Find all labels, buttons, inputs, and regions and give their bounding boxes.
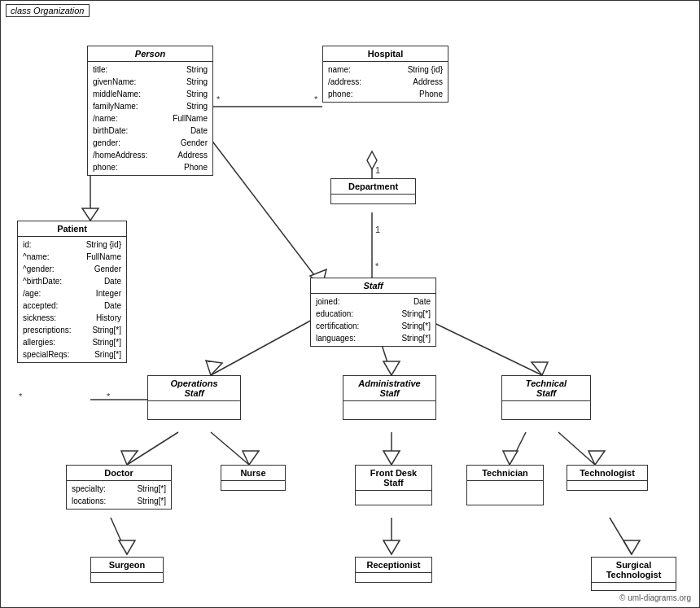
svg-marker-20 — [383, 361, 400, 375]
svg-text:*: * — [314, 94, 318, 104]
svg-text:1: 1 — [375, 165, 380, 175]
diagram-label: class Organization — [6, 4, 90, 17]
front-desk-staff-class: Front DeskStaff — [355, 465, 432, 505]
administrative-staff-title: AdministrativeStaff — [343, 376, 435, 401]
person-attrs: title:String givenName:String middleName… — [88, 62, 212, 175]
surgeon-class: Surgeon — [90, 557, 164, 583]
technologist-class: Technologist — [567, 465, 648, 491]
svg-marker-30 — [503, 451, 518, 465]
svg-text:*: * — [375, 261, 379, 271]
patient-attrs: id:String {id} ^name:FullName ^gender:Ge… — [18, 237, 126, 362]
svg-line-37 — [610, 518, 632, 554]
receptionist-title: Receptionist — [356, 558, 431, 573]
technologist-title: Technologist — [567, 466, 647, 481]
patient-title: Patient — [18, 221, 126, 237]
hospital-attrs: name:String {id} /address:Address phone:… — [323, 62, 448, 102]
svg-text:*: * — [217, 94, 221, 104]
svg-line-29 — [510, 432, 526, 465]
svg-marker-4 — [367, 151, 377, 169]
copyright-text: © uml-diagrams.org — [619, 593, 691, 602]
svg-marker-28 — [383, 451, 400, 465]
front-desk-staff-title: Front DeskStaff — [356, 466, 431, 491]
svg-marker-32 — [588, 451, 605, 465]
operations-staff-class: OperationsStaff — [147, 375, 241, 420]
svg-marker-18 — [206, 361, 222, 375]
svg-marker-36 — [383, 540, 400, 554]
operations-staff-title: OperationsStaff — [148, 376, 240, 401]
svg-line-13 — [211, 139, 322, 286]
staff-attrs: joined:Date education:String[*] certific… — [311, 294, 435, 346]
uml-diagram: class Organization * * 1 * 1 * * * — [0, 0, 700, 608]
technical-staff-title: TechnicalStaff — [502, 376, 590, 401]
svg-marker-34 — [119, 540, 135, 554]
surgeon-title: Surgeon — [91, 558, 163, 573]
hospital-title: Hospital — [323, 46, 448, 62]
receptionist-class: Receptionist — [355, 557, 432, 583]
doctor-class: Doctor specialty:String[*] locations:Str… — [66, 465, 172, 510]
hospital-class: Hospital name:String {id} /address:Addre… — [322, 46, 448, 103]
svg-line-31 — [558, 432, 595, 465]
technician-title: Technician — [467, 466, 543, 481]
svg-text:1: 1 — [375, 225, 380, 234]
nurse-class: Nurse — [221, 465, 286, 491]
svg-line-25 — [211, 432, 249, 465]
svg-line-23 — [127, 432, 178, 465]
svg-line-33 — [111, 518, 127, 554]
staff-title: Staff — [311, 278, 435, 294]
department-title: Department — [331, 179, 415, 195]
person-title: Person — [88, 46, 212, 62]
person-class: Person title:String givenName:String mid… — [87, 46, 213, 176]
doctor-attrs: specialty:String[*] locations:String[*] — [67, 481, 171, 509]
svg-text:*: * — [107, 391, 111, 401]
surgical-technologist-title: SurgicalTechnologist — [592, 558, 676, 583]
svg-line-17 — [211, 314, 322, 375]
technician-class: Technician — [466, 465, 544, 505]
administrative-staff-class: AdministrativeStaff — [343, 375, 436, 420]
svg-text:*: * — [19, 391, 23, 401]
svg-marker-12 — [82, 208, 98, 221]
svg-marker-24 — [121, 451, 138, 465]
svg-marker-22 — [532, 362, 548, 375]
patient-class: Patient id:String {id} ^name:FullName ^g… — [17, 221, 127, 363]
technical-staff-class: TechnicalStaff — [501, 375, 591, 420]
nurse-title: Nurse — [221, 466, 285, 481]
svg-marker-26 — [243, 451, 259, 465]
surgical-technologist-class: SurgicalTechnologist — [591, 557, 676, 591]
svg-marker-38 — [623, 540, 640, 554]
doctor-title: Doctor — [67, 466, 171, 481]
department-class: Department — [330, 178, 416, 204]
staff-class: Staff joined:Date education:String[*] ce… — [310, 278, 436, 347]
